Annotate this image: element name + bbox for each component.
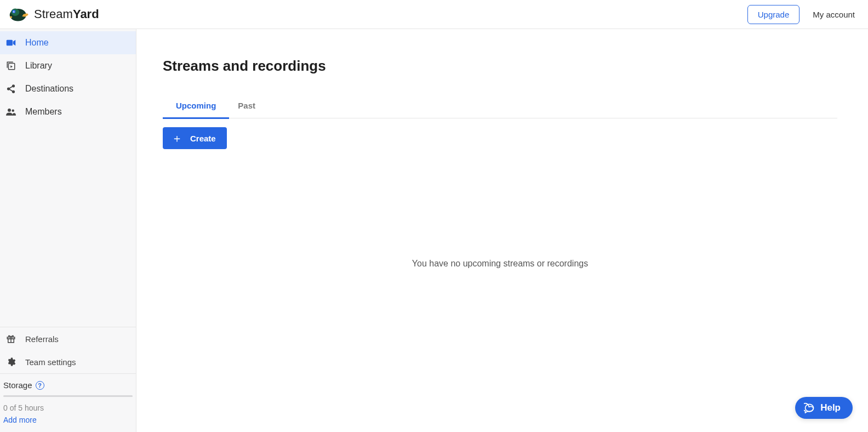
plus-icon: ＋ xyxy=(172,133,182,144)
tabs-row: Upcoming Past xyxy=(163,94,837,118)
create-button-label: Create xyxy=(190,134,216,143)
sidebar-item-destinations[interactable]: Destinations xyxy=(0,77,136,100)
chat-icon xyxy=(804,402,815,413)
svg-rect-4 xyxy=(7,40,13,46)
sidebar-item-home[interactable]: Home xyxy=(0,31,136,54)
my-account-link[interactable]: My account xyxy=(813,10,855,19)
help-button[interactable]: Help xyxy=(795,397,853,419)
sidebar-item-label: Team settings xyxy=(25,357,76,367)
camera-icon xyxy=(5,39,16,47)
help-circle-icon[interactable]: ? xyxy=(36,381,44,390)
storage-usage-text: 0 of 5 hours xyxy=(3,403,133,412)
tab-past[interactable]: Past xyxy=(238,94,255,118)
top-header: $ StreamYard Upgrade My account xyxy=(0,0,868,29)
page-title: Streams and recordings xyxy=(163,58,837,75)
sidebar-item-referrals[interactable]: Referrals xyxy=(0,327,136,350)
main-content: Streams and recordings Upcoming Past ＋ C… xyxy=(136,29,868,432)
sidebar-nav: Home Library Destinations Members xyxy=(0,29,136,123)
sidebar: Home Library Destinations Members xyxy=(0,29,136,432)
sidebar-item-label: Destinations xyxy=(25,84,73,94)
tab-upcoming[interactable]: Upcoming xyxy=(176,94,216,118)
header-actions: Upgrade My account xyxy=(747,5,855,24)
sidebar-item-label: Referrals xyxy=(25,334,59,344)
svg-line-9 xyxy=(9,87,13,89)
add-more-link[interactable]: Add more xyxy=(3,416,133,424)
upgrade-button[interactable]: Upgrade xyxy=(747,5,800,24)
help-button-label: Help xyxy=(820,402,841,413)
svg-point-11 xyxy=(8,109,11,112)
sidebar-item-members[interactable]: Members xyxy=(0,100,136,123)
svg-point-16 xyxy=(806,404,814,411)
sidebar-item-label: Library xyxy=(25,61,52,71)
sidebar-item-label: Home xyxy=(25,38,49,48)
storage-progress xyxy=(3,395,133,397)
gift-icon xyxy=(5,334,16,344)
duck-logo-icon: $ xyxy=(8,5,30,23)
create-button[interactable]: ＋ Create xyxy=(163,127,227,149)
sidebar-item-label: Members xyxy=(25,107,62,117)
share-icon xyxy=(5,84,16,94)
brand-text: StreamYard xyxy=(34,7,99,21)
sidebar-item-library[interactable]: Library xyxy=(0,54,136,77)
storage-label: Storage xyxy=(3,380,32,390)
library-icon xyxy=(5,61,16,71)
gear-icon xyxy=(5,357,16,367)
svg-line-10 xyxy=(9,89,13,92)
svg-point-12 xyxy=(12,110,15,112)
sidebar-item-team-settings[interactable]: Team settings xyxy=(0,350,136,373)
storage-block: Storage ? 0 of 5 hours Add more xyxy=(0,373,136,432)
brand-logo[interactable]: $ StreamYard xyxy=(8,5,99,23)
members-icon xyxy=(5,108,16,116)
empty-state-message: You have no upcoming streams or recordin… xyxy=(163,259,837,269)
sidebar-bottom: Referrals Team settings Storage ? 0 of 5… xyxy=(0,327,136,432)
